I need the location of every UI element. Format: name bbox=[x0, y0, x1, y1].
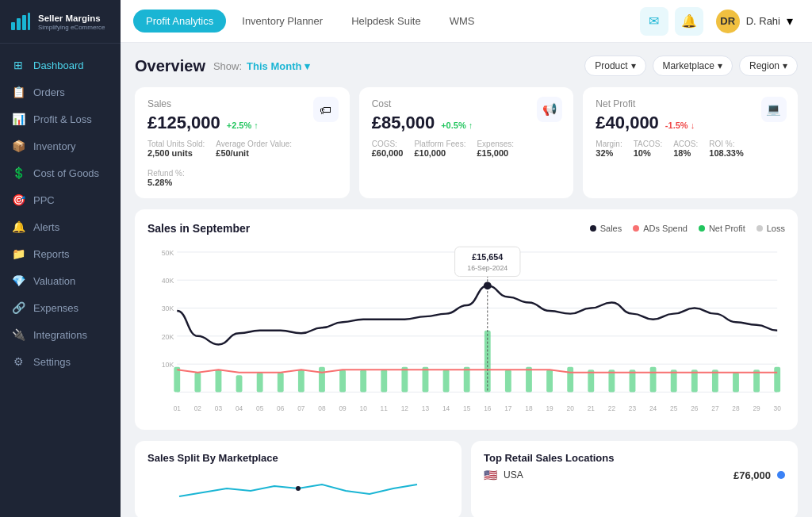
svg-rect-2 bbox=[22, 15, 26, 30]
sidebar-item-orders[interactable]: 📋Orders bbox=[0, 79, 121, 105]
chart-svg: 50K40K30K20K10K£15,65416-Sep-20240102030… bbox=[147, 243, 785, 417]
net-profit-sub: Margin: 32% TACOS: 10% ACOS: 18% ROI %: … bbox=[596, 140, 785, 158]
email-button[interactable]: ✉ bbox=[640, 7, 668, 36]
top-retail-card: Top Retail Sales Locations 🇺🇸 USA £76,00… bbox=[471, 441, 798, 517]
svg-text:15: 15 bbox=[463, 404, 471, 412]
svg-text:21: 21 bbox=[588, 404, 596, 412]
valuation-icon: 💎 bbox=[11, 274, 25, 287]
svg-text:14: 14 bbox=[442, 404, 450, 412]
inventory-icon: 📦 bbox=[11, 140, 25, 152]
svg-text:30K: 30K bbox=[162, 304, 174, 312]
net-profit-icon: 💻 bbox=[761, 97, 787, 122]
period-selector[interactable]: This Month ▾ bbox=[247, 60, 310, 72]
svg-rect-38 bbox=[650, 367, 657, 393]
notification-button[interactable]: 🔔 bbox=[675, 7, 703, 36]
legend-ads-dot bbox=[633, 225, 639, 232]
product-filter-label: Product bbox=[595, 60, 627, 71]
sidebar-label-reports: Reports bbox=[33, 248, 70, 260]
legend-netprofit-dot bbox=[699, 225, 705, 232]
tab-wms[interactable]: WMS bbox=[437, 10, 488, 33]
svg-rect-27 bbox=[423, 367, 429, 393]
sidebar-label-profit-loss: Profit & Loss bbox=[33, 113, 92, 125]
cost-of-goods-icon: 💲 bbox=[11, 167, 25, 179]
chart-container: 50K40K30K20K10K£15,65416-Sep-20240102030… bbox=[147, 243, 785, 417]
chevron-down-icon: ▾ bbox=[304, 60, 310, 72]
legend-sales: Sales bbox=[590, 224, 622, 233]
svg-text:16-Sep-2024: 16-Sep-2024 bbox=[467, 264, 508, 272]
sales-icon: 🏷 bbox=[313, 97, 339, 122]
topbar: Profit AnalyticsInventory PlannerHelpdes… bbox=[121, 0, 812, 43]
sales-card: Sales 🏷 £125,000 +2.5% ↑ Total Units Sol… bbox=[135, 87, 350, 198]
sidebar-label-alerts: Alerts bbox=[33, 221, 59, 233]
svg-text:18: 18 bbox=[525, 404, 533, 412]
svg-rect-28 bbox=[443, 370, 450, 392]
svg-text:07: 07 bbox=[297, 404, 305, 412]
usa-flag: 🇺🇸 bbox=[484, 469, 497, 481]
sidebar-item-valuation[interactable]: 💎Valuation bbox=[0, 267, 121, 294]
svg-point-46 bbox=[484, 281, 492, 289]
svg-text:11: 11 bbox=[381, 404, 389, 412]
sidebar-item-reports[interactable]: 📁Reports bbox=[0, 240, 121, 267]
svg-rect-34 bbox=[567, 367, 573, 393]
sidebar-item-cost-of-goods[interactable]: 💲Cost of Goods bbox=[0, 159, 121, 186]
sidebar-item-ppc[interactable]: 🎯PPC bbox=[0, 186, 121, 213]
cost-value: £85,000 bbox=[372, 113, 435, 133]
cost-icon: 📢 bbox=[537, 97, 562, 122]
legend-loss: Loss bbox=[756, 224, 785, 233]
tab-profit-analytics[interactable]: Profit Analytics bbox=[133, 10, 226, 33]
logo-name: Seller Margins bbox=[38, 13, 105, 25]
svg-rect-20 bbox=[278, 373, 284, 393]
sidebar-label-orders: Orders bbox=[33, 86, 65, 98]
net-profit-title: Net Profit bbox=[596, 98, 785, 109]
bottom-row: Sales Split By Marketplace Top Retail Sa… bbox=[135, 441, 798, 517]
sidebar-item-profit-loss[interactable]: 📊Profit & Loss bbox=[0, 105, 121, 132]
region-filter[interactable]: Region ▾ bbox=[739, 56, 798, 76]
sidebar-item-alerts[interactable]: 🔔Alerts bbox=[0, 213, 121, 240]
svg-text:04: 04 bbox=[236, 404, 243, 412]
sidebar: Seller Margins Simplifying eCommerce ⊞Da… bbox=[0, 0, 121, 517]
sidebar-item-integrations[interactable]: 🔌Integrations bbox=[0, 321, 121, 348]
usa-amount: £76,000 bbox=[733, 469, 771, 481]
svg-rect-17 bbox=[216, 370, 222, 392]
svg-text:17: 17 bbox=[504, 404, 512, 412]
sidebar-item-inventory[interactable]: 📦Inventory bbox=[0, 132, 121, 159]
sidebar-item-expenses[interactable]: 🔗Expenses bbox=[0, 294, 121, 321]
logo-sub: Simplifying eCommerce bbox=[38, 24, 105, 31]
svg-text:05: 05 bbox=[256, 404, 264, 412]
svg-text:02: 02 bbox=[194, 404, 202, 412]
cost-sub: COGS: £60,000 Platform Fees: £10,000 Exp… bbox=[372, 140, 561, 158]
svg-text:06: 06 bbox=[277, 404, 285, 412]
svg-text:25: 25 bbox=[670, 404, 678, 412]
sidebar-item-settings[interactable]: ⚙Settings bbox=[0, 348, 121, 375]
svg-rect-18 bbox=[236, 375, 243, 392]
svg-rect-44 bbox=[774, 367, 780, 393]
tab-helpdesk-suite[interactable]: Helpdesk Suite bbox=[339, 10, 433, 33]
sidebar-label-inventory: Inventory bbox=[33, 140, 75, 152]
sales-split-chart bbox=[147, 469, 449, 508]
sidebar-item-dashboard[interactable]: ⊞Dashboard bbox=[0, 52, 121, 79]
period-label: This Month bbox=[247, 60, 301, 72]
expenses-icon: 🔗 bbox=[11, 301, 25, 314]
svg-rect-25 bbox=[381, 370, 387, 392]
tab-inventory-planner[interactable]: Inventory Planner bbox=[229, 10, 335, 33]
logo-icon bbox=[10, 11, 32, 33]
overview-title: Overview bbox=[135, 57, 205, 75]
topbar-icons: ✉ 🔔 DR D. Rahi ▾ bbox=[640, 6, 799, 36]
cost-title: Cost bbox=[372, 98, 561, 109]
legend-ads-label: ADs Spend bbox=[643, 224, 688, 233]
user-name: D. Rahi bbox=[746, 15, 780, 27]
chevron-down-icon: ▾ bbox=[718, 60, 722, 71]
product-filter[interactable]: Product ▾ bbox=[584, 56, 645, 76]
svg-text:20: 20 bbox=[567, 404, 575, 412]
svg-rect-26 bbox=[401, 367, 408, 393]
net-profit-card: Net Profit 💻 £40,000 -1.5% ↓ Margin: 32%… bbox=[583, 87, 798, 198]
user-menu[interactable]: DR D. Rahi ▾ bbox=[710, 6, 799, 36]
net-profit-change: -1.5% ↓ bbox=[665, 121, 695, 130]
orders-icon: 📋 bbox=[11, 86, 25, 98]
header-filters: Product ▾ Marketplace ▾ Region ▾ bbox=[584, 56, 798, 76]
sidebar-label-cost-of-goods: Cost of Goods bbox=[33, 167, 99, 179]
marketplace-filter[interactable]: Marketplace ▾ bbox=[653, 56, 733, 76]
sidebar-label-dashboard: Dashboard bbox=[33, 59, 84, 71]
alerts-icon: 🔔 bbox=[11, 220, 25, 233]
cost-card: Cost 📢 £85,000 +0.5% ↑ COGS: £60,000 Pla… bbox=[359, 87, 574, 198]
